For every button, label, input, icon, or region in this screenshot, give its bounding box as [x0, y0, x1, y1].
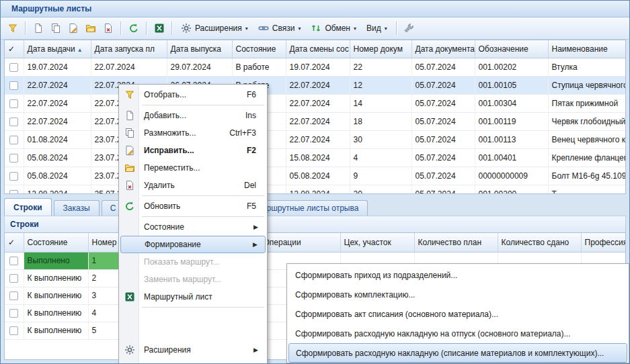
column-header-doc-date[interactable]: Дата документа	[411, 40, 475, 58]
row-checkbox[interactable]	[9, 63, 18, 72]
row-checkbox[interactable]	[9, 136, 18, 144]
column-header-doc-number[interactable]: Номер докум	[350, 40, 411, 58]
menu-item-refresh[interactable]: Обновить F5	[120, 197, 266, 215]
row-select-cell[interactable]	[5, 252, 24, 269]
cell[interactable]: 001.00200	[475, 185, 548, 194]
cell[interactable]: 22.07.2024	[286, 94, 350, 112]
row-select-cell[interactable]	[5, 322, 24, 339]
tab-zakazy[interactable]: Заказы	[54, 200, 100, 216]
column-header-designation[interactable]: Обозначение	[475, 40, 548, 58]
menu-item-duplicate[interactable]: Размножить... Ctrl+F3	[120, 124, 266, 142]
add-document-button[interactable]	[30, 20, 46, 37]
cell[interactable]: К выполнению	[24, 322, 88, 339]
table-row-selected[interactable]: 22.07.2024 22.07.2024 26.07.2024 В работ…	[5, 76, 626, 94]
settings-button[interactable]	[401, 20, 418, 37]
cell[interactable]: 30	[350, 130, 411, 148]
column-header-state[interactable]: Состояние	[232, 40, 286, 58]
cell[interactable]: Крепление фланцев	[548, 148, 626, 167]
cell[interactable]: 12.08.2024	[24, 185, 91, 194]
cell[interactable]: 00000000009	[475, 167, 548, 185]
column-header-name[interactable]: Наименование	[548, 40, 626, 58]
row-checkbox[interactable]	[9, 118, 18, 126]
cell[interactable]: Червяк глобоидный	[548, 112, 626, 130]
cell[interactable]: Втулка	[548, 58, 626, 76]
cell[interactable]: В работе	[232, 58, 286, 76]
row-checkbox[interactable]	[9, 154, 18, 163]
row-checkbox[interactable]	[9, 99, 18, 108]
row-checkbox[interactable]	[9, 309, 18, 318]
submenu-item-issue-invoice[interactable]: Сформировать расходную накладную на отпу…	[288, 324, 627, 343]
cell[interactable]: 05.07.2024	[411, 76, 475, 94]
exchange-dropdown[interactable]: Обмен ▾	[306, 20, 361, 37]
excel-button[interactable]	[151, 20, 167, 37]
duplicate-button[interactable]	[47, 20, 64, 37]
row-select-cell[interactable]	[5, 304, 24, 322]
cell[interactable]: 001.00119	[475, 112, 548, 130]
select-all-header[interactable]: ✓	[5, 233, 24, 252]
cell[interactable]: 12	[350, 76, 411, 94]
cell[interactable]: К выполнению	[24, 287, 88, 304]
filter-button[interactable]	[4, 20, 21, 37]
column-header-qty-done[interactable]: Количество сдано	[498, 233, 581, 252]
row-select-cell[interactable]	[5, 167, 24, 185]
row-select-cell[interactable]	[5, 130, 24, 148]
cell[interactable]: 001.00202	[475, 58, 548, 76]
submenu-item-kitting[interactable]: Сформировать комплектацию...	[288, 285, 627, 304]
row-checkbox[interactable]	[9, 81, 18, 90]
table-row[interactable]: 05.08.2024 23.07.2024 15.08.2024 4 05.07…	[5, 148, 626, 167]
tab-stroki[interactable]: Строки	[4, 198, 52, 216]
menu-item-add[interactable]: Добавить... Ins	[120, 107, 266, 124]
row-select-cell[interactable]	[5, 94, 24, 112]
column-header-profession[interactable]: Профессия	[581, 233, 626, 252]
cell[interactable]: 22.07.2024	[24, 94, 91, 112]
submenu-item-writeoff-invoice[interactable]: Сформировать расходную накладную (списан…	[288, 343, 627, 363]
cell[interactable]: 05.07.2024	[411, 185, 475, 194]
menu-item-state[interactable]: Состояние ▶	[120, 218, 266, 236]
cell[interactable]: 2	[88, 269, 120, 287]
cell[interactable]: 001.00304	[475, 94, 548, 112]
cell[interactable]: 22.07.2024	[91, 58, 167, 76]
table-row[interactable]: 01.08.2024 23.07.2024 22.07.2024 30 05.0…	[5, 130, 626, 148]
cell[interactable]: 4	[88, 304, 120, 322]
table-row[interactable]: 22.07.2024 22.07.2024 22.07.2024 14 05.0…	[5, 94, 626, 112]
cell[interactable]: К выполнению	[24, 269, 88, 287]
cell[interactable]: 19.07.2024	[24, 58, 91, 76]
cell[interactable]: 05.07.2024	[411, 148, 475, 167]
column-header-release-date[interactable]: Дата выпуска	[167, 40, 232, 58]
row-select-cell[interactable]	[5, 76, 24, 94]
submenu-item-receipt[interactable]: Сформировать приход из подразделений...	[288, 265, 627, 285]
cell[interactable]: 05.08.2024	[24, 167, 91, 185]
table-row[interactable]: 19.07.2024 22.07.2024 29.07.2024 В работ…	[5, 58, 626, 76]
cell[interactable]: 05.08.2024	[24, 148, 91, 167]
row-checkbox[interactable]	[9, 291, 18, 300]
cell[interactable]: 22.07.2024	[286, 76, 350, 94]
menu-item-edit[interactable]: Исправить... F2	[120, 142, 266, 159]
cell[interactable]: 5	[88, 322, 120, 339]
cell[interactable]: Т	[548, 185, 626, 194]
cell[interactable]: 9	[350, 167, 411, 185]
edit-button[interactable]	[65, 20, 81, 37]
row-checkbox[interactable]	[9, 257, 18, 265]
menu-item-extensions[interactable]: Расширения ▶	[120, 341, 266, 359]
column-header-qty-plan[interactable]: Количество план	[414, 233, 498, 252]
cell[interactable]: К выполнению	[24, 304, 88, 322]
table-row[interactable]: 12.08.2024 25.07.2024 12.08.2024 20 05.0…	[5, 185, 626, 194]
column-header-state[interactable]: Состояние	[24, 233, 88, 252]
column-header-operations[interactable]: Операции	[260, 233, 340, 252]
submenu-item-writeoff-act[interactable]: Сформировать акт списания (основного мат…	[288, 304, 627, 324]
cell[interactable]: Ступица червячного	[548, 76, 626, 94]
column-header-workshop[interactable]: Цех, участок	[340, 233, 414, 252]
menu-item-delete[interactable]: Удалить Del	[120, 177, 266, 194]
cell[interactable]: 05.07.2024	[411, 167, 475, 185]
cell[interactable]: 3	[88, 287, 120, 304]
table-row[interactable]: 22.07.2024 22.07.2024 22.07.2024 18 05.0…	[5, 112, 626, 130]
links-dropdown[interactable]: Связи ▾	[253, 20, 306, 37]
table-row[interactable]: 05.08.2024 23.07.2024 05.08.2024 9 05.07…	[5, 167, 626, 185]
cell[interactable]: 001.00401	[475, 148, 548, 167]
cell[interactable]: 22.07.2024	[24, 76, 91, 94]
cell[interactable]: 22.07.2024	[286, 112, 350, 130]
cell[interactable]: 20	[350, 185, 411, 194]
cell[interactable]: 4	[350, 148, 411, 167]
cell[interactable]: 22.07.2024	[286, 130, 350, 148]
move-button[interactable]	[82, 20, 99, 37]
